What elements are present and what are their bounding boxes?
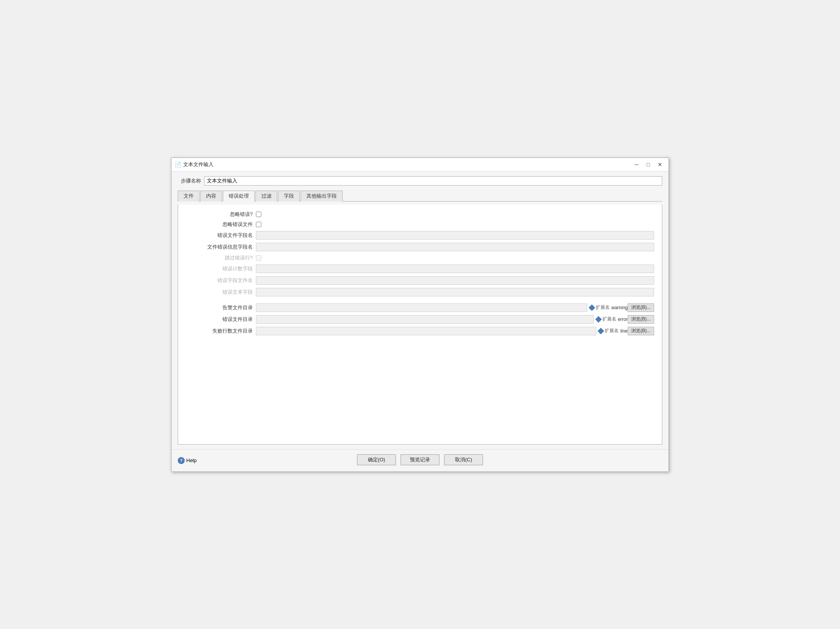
error-ext-value: error — [618, 317, 628, 322]
failed-line-dir-input[interactable] — [256, 327, 596, 335]
window-title: 文本文件输入 — [183, 161, 214, 168]
confirm-button[interactable]: 确定(O) — [357, 454, 396, 465]
file-error-info-label: 文件错误信息字段名 — [186, 244, 256, 251]
warning-browse-button[interactable]: 浏览(B)... — [628, 303, 654, 312]
ignore-error-file-label: 忽略错误文件 — [186, 221, 256, 228]
failed-line-dir-label: 失败行数文件目录 — [186, 328, 256, 335]
error-file-field-row: 错误文件字段名 — [186, 231, 654, 240]
skip-error-line-checkbox[interactable] — [256, 255, 261, 261]
ignore-error-file-checkbox[interactable] — [256, 222, 261, 227]
ignore-error-checkbox[interactable] — [256, 212, 261, 217]
warning-dir-input[interactable] — [256, 303, 587, 312]
failed-line-ext-label: 扩展名 — [605, 328, 619, 334]
ignore-error-label: 忽略错误? — [186, 211, 256, 218]
failed-line-diamond-icon — [598, 328, 604, 334]
step-name-input[interactable] — [204, 176, 662, 186]
skip-error-line-label: 跳过错误行? — [186, 254, 256, 261]
file-error-info-row: 文件错误信息字段名 — [186, 243, 654, 251]
tab-content-area: 忽略错误? 忽略错误文件 错误文件字段名 文件错误信息字段名 — [178, 205, 662, 445]
error-diamond-icon — [595, 316, 602, 322]
tab-error-handling[interactable]: 错误处理 — [223, 191, 255, 201]
bottom-buttons: 确定(O) 预览记录 取消(C) — [172, 454, 668, 465]
tab-file[interactable]: 文件 — [178, 191, 200, 201]
tab-other-output[interactable]: 其他输出字段 — [301, 191, 343, 201]
failed-line-dir-row: 失败行数文件目录 扩展名 line 浏览(B)... — [186, 327, 654, 335]
bottom-bar: ? Help 确定(O) 预览记录 取消(C) — [172, 449, 668, 471]
preview-button[interactable]: 预览记录 — [401, 454, 439, 465]
error-dir-input[interactable] — [256, 315, 594, 324]
error-ext-label: 扩展名 — [602, 316, 616, 322]
title-bar-buttons: ─ □ ✕ — [631, 160, 665, 169]
file-error-info-input[interactable] — [256, 243, 654, 251]
error-ext-group: 扩展名 error — [596, 316, 628, 322]
warning-ext-group: 扩展名 warning — [590, 304, 628, 311]
step-name-row: 步骤名称 — [178, 176, 662, 186]
failed-line-ext-value: line — [620, 328, 628, 334]
error-field-filename-row: 错误字段文件名 — [186, 276, 654, 285]
error-dir-label: 错误文件目录 — [186, 316, 256, 323]
title-bar: 📄 文本文件输入 ─ □ ✕ — [172, 158, 668, 172]
help-area[interactable]: ? Help — [178, 457, 197, 464]
error-browse-button[interactable]: 浏览(B)... — [628, 315, 654, 324]
skip-error-line-row: 跳过错误行? — [186, 254, 654, 261]
error-count-field-input[interactable] — [256, 265, 654, 273]
ignore-error-checkbox-wrap — [256, 212, 261, 217]
content-area: 步骤名称 文件 内容 错误处理 过滤 字段 其他输出字段 忽略错误? 忽略错误文… — [172, 172, 668, 449]
error-file-field-label: 错误文件字段名 — [186, 232, 256, 239]
failed-line-browse-button[interactable]: 浏览(B)... — [628, 327, 654, 335]
error-field-filename-input[interactable] — [256, 276, 654, 285]
tab-filter[interactable]: 过滤 — [256, 191, 277, 201]
ignore-error-file-row: 忽略错误文件 — [186, 221, 654, 228]
ignore-error-row: 忽略错误? — [186, 211, 654, 218]
error-text-field-row: 错误文本字段 — [186, 288, 654, 296]
window-icon: 📄 — [175, 161, 181, 168]
error-text-field-label: 错误文本字段 — [186, 289, 256, 296]
title-bar-left: 📄 文本文件输入 — [175, 161, 214, 168]
cancel-button[interactable]: 取消(C) — [444, 454, 483, 465]
help-icon: ? — [178, 457, 185, 464]
error-field-filename-label: 错误字段文件名 — [186, 277, 256, 284]
ignore-error-file-checkbox-wrap — [256, 222, 261, 227]
close-button[interactable]: ✕ — [654, 160, 665, 169]
step-name-label: 步骤名称 — [178, 177, 201, 184]
warning-dir-row: 告警文件目录 扩展名 warning 浏览(B)... — [186, 303, 654, 312]
help-label: Help — [186, 457, 197, 463]
maximize-button[interactable]: □ — [643, 160, 654, 169]
warning-diamond-icon — [588, 304, 595, 311]
error-text-field-input[interactable] — [256, 288, 654, 296]
warning-ext-label: 扩展名 — [596, 304, 610, 311]
minimize-button[interactable]: ─ — [631, 160, 642, 169]
tab-content[interactable]: 内容 — [200, 191, 222, 201]
main-window: 📄 文本文件输入 ─ □ ✕ 步骤名称 文件 内容 错误处理 过滤 字段 其他输… — [171, 158, 669, 472]
error-count-field-label: 错误计数字段 — [186, 265, 256, 272]
warning-dir-label: 告警文件目录 — [186, 304, 256, 311]
failed-line-ext-group: 扩展名 line — [598, 328, 628, 334]
tab-fields[interactable]: 字段 — [278, 191, 300, 201]
warning-ext-value: warning — [611, 305, 628, 310]
error-file-field-input[interactable] — [256, 231, 654, 240]
tabs-bar: 文件 内容 错误处理 过滤 字段 其他输出字段 — [178, 190, 662, 201]
error-dir-row: 错误文件目录 扩展名 error 浏览(B)... — [186, 315, 654, 324]
skip-error-line-checkbox-wrap — [256, 255, 261, 261]
error-count-field-row: 错误计数字段 — [186, 265, 654, 273]
